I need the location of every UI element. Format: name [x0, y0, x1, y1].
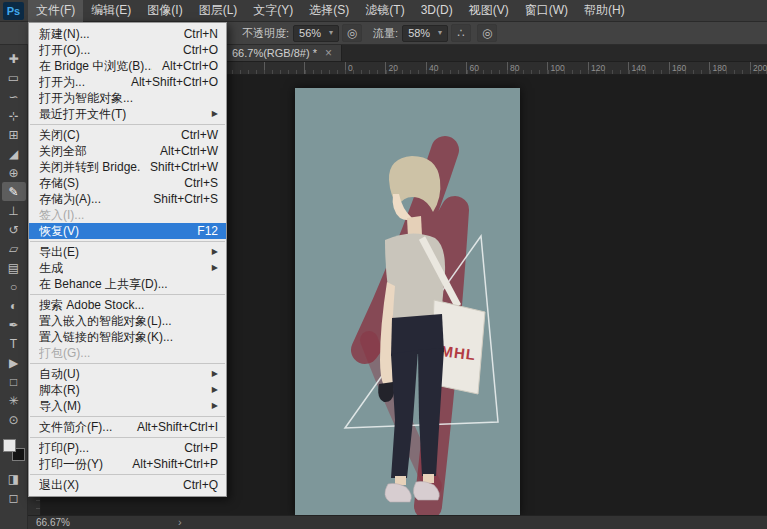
menubar-item[interactable]: 视图(V): [461, 0, 517, 22]
file-menu-item-shortcut: Alt+Ctrl+W: [160, 143, 218, 159]
file-menu-item[interactable]: 存储为(A)...Shift+Ctrl+S: [29, 191, 226, 207]
menubar-item[interactable]: 文字(Y): [245, 0, 301, 22]
file-menu-item-label: 存储为(A)...: [39, 191, 101, 207]
file-menu-item-label: 最近打开文件(T): [39, 106, 126, 122]
file-menu-item-label: 生成: [39, 260, 63, 276]
path-selection-tool-icon[interactable]: ▶: [2, 353, 26, 372]
file-menu-item[interactable]: 在 Behance 上共享(D)...: [29, 276, 226, 292]
dodge-tool-icon[interactable]: ◐: [2, 296, 26, 315]
file-menu-item[interactable]: 生成▶: [29, 260, 226, 276]
file-menu-item[interactable]: 退出(X)Ctrl+Q: [29, 477, 226, 493]
file-menu-item[interactable]: 脚本(R)▶: [29, 382, 226, 398]
gradient-tool-icon[interactable]: ▤: [2, 258, 26, 277]
brush-tool-icon[interactable]: ✎: [2, 182, 26, 201]
ruler-label: 140: [629, 63, 646, 73]
ruler-label: 80: [507, 63, 519, 73]
status-expand-icon[interactable]: ›: [178, 517, 182, 528]
file-menu-item[interactable]: 置入链接的智能对象(K)...: [29, 329, 226, 345]
file-menu-item[interactable]: 导入(M)▶: [29, 398, 226, 414]
file-menu-item[interactable]: 打印一份(Y)Alt+Shift+Ctrl+P: [29, 456, 226, 472]
type-tool-icon[interactable]: T: [2, 334, 26, 353]
toolbar-tools: ✚▭∽⊹⊞◢⊕✎⊥↺▱▤○◐✒T▶□✳⊙: [2, 49, 26, 429]
document-canvas[interactable]: MHL: [295, 88, 520, 515]
ruler-label: 20: [386, 63, 398, 73]
menubar-items: 文件(F)编辑(E)图像(I)图层(L)文字(Y)选择(S)滤镜(T)3D(D)…: [28, 0, 633, 22]
file-menu-item-label: 打印一份(Y): [39, 456, 103, 472]
clone-stamp-tool-icon[interactable]: ⊥: [2, 201, 26, 220]
menu-separator: [30, 363, 225, 364]
zoom-tool-icon[interactable]: ⊙: [2, 410, 26, 429]
ruler-label: 120: [588, 63, 605, 73]
file-menu-item-shortcut: F12: [197, 223, 218, 239]
menubar-item[interactable]: 选择(S): [301, 0, 357, 22]
file-menu-item[interactable]: 最近打开文件(T)▶: [29, 106, 226, 122]
file-menu-item-label: 导入(M): [39, 398, 81, 414]
opacity-dropdown[interactable]: 56% ▾: [293, 25, 339, 42]
blur-tool-icon[interactable]: ○: [2, 277, 26, 296]
menubar-item[interactable]: 文件(F): [28, 0, 83, 22]
file-menu-item[interactable]: 搜索 Adobe Stock...: [29, 297, 226, 313]
file-menu-item[interactable]: 关闭(C)Ctrl+W: [29, 127, 226, 143]
file-menu-item[interactable]: 存储(S)Ctrl+S: [29, 175, 226, 191]
pen-tool-icon[interactable]: ✒: [2, 315, 26, 334]
lasso-tool-icon[interactable]: ∽: [2, 87, 26, 106]
quick-selection-tool-icon[interactable]: ⊹: [2, 106, 26, 125]
file-menu-item-label: 脚本(R): [39, 382, 80, 398]
file-menu-item[interactable]: 关闭并转到 Bridge...Shift+Ctrl+W: [29, 159, 226, 175]
history-brush-tool-icon[interactable]: ↺: [2, 220, 26, 239]
quick-mask-icon[interactable]: ◨: [2, 469, 26, 488]
flow-dropdown[interactable]: 58% ▾: [402, 25, 448, 42]
crop-tool-icon[interactable]: ⊞: [2, 125, 26, 144]
file-menu-item-label: 打开为...: [39, 74, 85, 90]
screen-mode-icon[interactable]: ◻: [2, 488, 26, 507]
menubar-item[interactable]: 帮助(H): [576, 0, 633, 22]
file-menu-item[interactable]: 打开为...Alt+Shift+Ctrl+O: [29, 74, 226, 90]
tab-close-icon[interactable]: ×: [325, 47, 332, 59]
chevron-down-icon: ▾: [438, 29, 442, 37]
file-menu-item-label: 打印(P)...: [39, 440, 89, 456]
move-tool-icon[interactable]: ✚: [2, 49, 26, 68]
healing-brush-tool-icon[interactable]: ⊕: [2, 163, 26, 182]
pen-pressure-size-icon[interactable]: ◎: [477, 24, 497, 42]
shape-tool-icon[interactable]: □: [2, 372, 26, 391]
file-menu-item[interactable]: 恢复(V)F12: [29, 223, 226, 239]
file-menu-item[interactable]: 导出(E)▶: [29, 244, 226, 260]
file-menu-item[interactable]: 文件简介(F)...Alt+Shift+Ctrl+I: [29, 419, 226, 435]
file-menu-item-label: 置入链接的智能对象(K)...: [39, 329, 173, 345]
pen-pressure-opacity-icon[interactable]: ◎: [342, 24, 362, 42]
eyedropper-tool-icon[interactable]: ◢: [2, 144, 26, 163]
file-menu-item-label: 打开(O)...: [39, 42, 90, 58]
menubar-item[interactable]: 滤镜(T): [357, 0, 412, 22]
file-menu-item[interactable]: 打开为智能对象...: [29, 90, 226, 106]
file-menu-item[interactable]: 新建(N)...Ctrl+N: [29, 26, 226, 42]
hand-tool-icon[interactable]: ✳: [2, 391, 26, 410]
menubar-item[interactable]: 图像(I): [139, 0, 190, 22]
file-menu-item-label: 打开为智能对象...: [39, 90, 133, 106]
submenu-arrow-icon: ▶: [212, 382, 218, 398]
airbrush-icon[interactable]: ∴: [451, 24, 471, 42]
rectangular-marquee-tool-icon[interactable]: ▭: [2, 68, 26, 87]
file-menu-item-shortcut: Shift+Ctrl+W: [150, 159, 218, 175]
file-menu-item-shortcut: Shift+Ctrl+S: [153, 191, 218, 207]
file-menu-item-label: 在 Behance 上共享(D)...: [39, 276, 168, 292]
menubar-item[interactable]: 3D(D): [413, 0, 461, 22]
file-menu-item[interactable]: 在 Bridge 中浏览(B)...Alt+Ctrl+O: [29, 58, 226, 74]
file-menu-item-label: 退出(X): [39, 477, 79, 493]
color-swatches[interactable]: [3, 439, 25, 461]
file-menu-item[interactable]: 关闭全部Alt+Ctrl+W: [29, 143, 226, 159]
menubar-item[interactable]: 图层(L): [191, 0, 246, 22]
menubar-item[interactable]: 编辑(E): [83, 0, 139, 22]
ruler-label: 160: [669, 63, 686, 73]
menubar-item[interactable]: 窗口(W): [517, 0, 576, 22]
file-menu-item[interactable]: 自动(U)▶: [29, 366, 226, 382]
file-menu-item-label: 置入嵌入的智能对象(L)...: [39, 313, 172, 329]
ruler-label: 60: [467, 63, 479, 73]
file-menu-item-label: 签入(I)...: [39, 207, 84, 223]
file-menu-item[interactable]: 打开(O)...Ctrl+O: [29, 42, 226, 58]
status-bar: 66.67% ›: [28, 515, 767, 529]
file-menu-item-shortcut: Ctrl+W: [181, 127, 218, 143]
eraser-tool-icon[interactable]: ▱: [2, 239, 26, 258]
foreground-color-swatch[interactable]: [3, 439, 16, 452]
file-menu-item[interactable]: 置入嵌入的智能对象(L)...: [29, 313, 226, 329]
file-menu-item[interactable]: 打印(P)...Ctrl+P: [29, 440, 226, 456]
